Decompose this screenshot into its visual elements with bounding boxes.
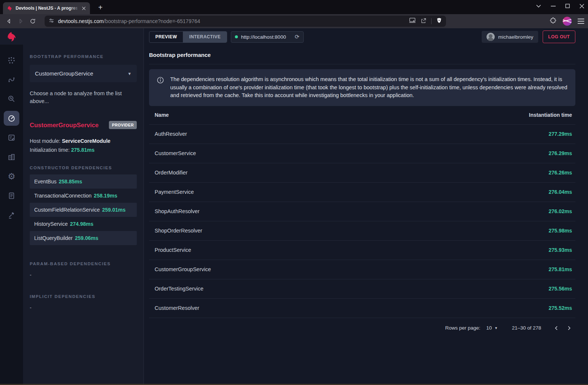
dependency-time: 259.01ms — [102, 207, 126, 213]
share-icon[interactable] — [420, 17, 427, 25]
back-button[interactable] — [4, 16, 14, 26]
browser-tab[interactable]: Devtools | NestJS - A progressive — [3, 2, 90, 14]
init-time-value: 275.81ms — [71, 147, 94, 153]
provider-name: CustomerService — [155, 150, 549, 156]
instantiation-time: 275.93ms — [549, 247, 572, 253]
sidebar-item-modules[interactable] — [4, 150, 19, 164]
logout-button[interactable]: LOG OUT — [543, 31, 575, 43]
sidebar-item-flow[interactable] — [4, 72, 19, 87]
target-url-field: ⟳ — [231, 31, 304, 43]
send-to-device-icon[interactable] — [409, 17, 416, 25]
maximize-icon[interactable] — [565, 4, 570, 8]
sidebar-item-docs[interactable] — [4, 188, 19, 203]
browser-profile-avatar[interactable] — [563, 17, 572, 26]
brave-shield-icon[interactable] — [436, 17, 442, 25]
param-deps-empty: - — [30, 272, 137, 278]
dependency-item[interactable]: EventBus258.85ms — [30, 174, 137, 189]
provider-name: ProductService — [155, 247, 549, 253]
provider-name: AuthResolver — [155, 131, 549, 137]
provider-badge: PROVIDER — [109, 121, 137, 129]
node-select[interactable]: CustomerGroupService ▼ — [30, 65, 137, 82]
extensions-puzzle-icon[interactable] — [549, 17, 557, 26]
dependency-name: HistoryService — [34, 221, 68, 227]
browser-titlebar: Devtools | NestJS - A progressive + — [0, 0, 588, 14]
minimize-icon[interactable] — [551, 6, 556, 7]
graph-icon — [7, 56, 16, 64]
table-row[interactable]: CustomerResolver275.52ms — [149, 299, 575, 318]
dependency-time: 258.19ms — [94, 193, 117, 199]
instantiation-time: 276.26ms — [549, 170, 572, 176]
table-row[interactable]: OrderTestingService275.56ms — [149, 279, 575, 299]
sidebar-item-tools[interactable] — [4, 208, 19, 222]
site-settings-tune-icon[interactable] — [48, 17, 55, 25]
sidebar-item-inspect[interactable] — [4, 92, 19, 106]
view-mode-toggle: PREVIEW INTERACTIVE — [149, 31, 227, 43]
dependency-item[interactable]: ListQueryBuilder259.06ms — [30, 231, 137, 245]
previous-page-button[interactable] — [550, 322, 563, 334]
column-instantiation-time: Instantiation time — [529, 112, 572, 118]
constructor-deps-title: CONSTRUCTOR DEPENDENCIES — [30, 166, 137, 170]
url-path: /bootstrap-performance?node=-65179764 — [104, 18, 200, 24]
modules-buildings-icon — [7, 153, 16, 161]
table-row[interactable]: CustomerService276.29ms — [149, 144, 575, 163]
sidebar-item-bootstrap-performance[interactable] — [4, 111, 19, 126]
title-divider — [149, 64, 575, 64]
table-row[interactable]: ProductService275.93ms — [149, 241, 575, 260]
sidebar-rail: ⚙ — [0, 28, 23, 385]
next-page-button[interactable] — [563, 322, 575, 334]
browser-menu-icon[interactable] — [578, 19, 584, 24]
browser-toolbar: devtools.nestjs.com/bootstrap-performanc… — [0, 14, 588, 28]
nestjs-logo[interactable] — [0, 28, 23, 45]
dependency-name: TransactionalConnection — [34, 193, 91, 199]
close-window-icon[interactable] — [579, 4, 584, 9]
new-tab-button[interactable]: + — [96, 3, 105, 12]
rows-per-page-label: Rows per page: — [445, 325, 481, 331]
browser-window: Devtools | NestJS - A progressive + — [0, 0, 588, 385]
refresh-icon[interactable]: ⟳ — [295, 33, 300, 40]
chevron-down-icon: ▼ — [127, 71, 132, 76]
window-controls — [536, 0, 584, 12]
dependency-name: ListQueryBuilder — [34, 235, 73, 241]
selected-node-name: CustomerGroupService — [30, 122, 98, 129]
dependency-item[interactable]: TransactionalConnection258.19ms — [30, 189, 137, 203]
user-pill[interactable]: michaelbromley — [482, 31, 538, 43]
provider-name: CustomerGroupService — [155, 266, 549, 272]
forward-button[interactable] — [16, 16, 26, 26]
table-row[interactable]: AuthResolver277.29ms — [149, 125, 575, 144]
host-module-label: Host module: — [30, 138, 62, 144]
table-row[interactable]: ShopAuthResolver276.02ms — [149, 202, 575, 221]
docs-icon — [7, 192, 16, 200]
user-avatar — [487, 33, 495, 41]
init-time-label: Initialization time: — [30, 147, 71, 153]
table-row[interactable]: PaymentService276.04ms — [149, 183, 575, 202]
performance-gauge-icon — [7, 114, 16, 122]
implicit-deps-title: IMPLICIT DEPENDENCIES — [30, 294, 137, 299]
page-title: Bootstrap performance — [149, 52, 575, 58]
dependency-item[interactable]: CustomFieldRelationService259.01ms — [30, 203, 137, 217]
table-row[interactable]: CustomerGroupService275.81ms — [149, 260, 575, 279]
url-bar[interactable]: devtools.nestjs.com/bootstrap-performanc… — [45, 16, 446, 27]
sidebar-item-graph[interactable] — [4, 53, 19, 68]
instantiation-time: 275.56ms — [549, 286, 572, 292]
provider-name: CustomerResolver — [155, 305, 549, 311]
info-banner: The dependencies resolution algorithm is… — [149, 69, 575, 106]
tab-close-icon[interactable] — [80, 5, 87, 12]
sidebar-item-audits[interactable] — [4, 130, 19, 145]
preview-tab[interactable]: PREVIEW — [149, 32, 183, 42]
dependency-time: 258.85ms — [59, 179, 82, 185]
instantiation-time: 276.29ms — [549, 150, 572, 156]
dependency-item[interactable]: HistoryService274.98ms — [30, 217, 137, 231]
rows-per-page-select[interactable]: 10 ▼ — [486, 325, 498, 331]
chevron-down-icon: ▼ — [494, 326, 498, 330]
tab-title: Devtools | NestJS - A progressive — [16, 6, 77, 11]
reload-button[interactable] — [28, 16, 38, 26]
sidebar-item-settings[interactable]: ⚙ — [4, 169, 19, 184]
node-select-hint: Choose a node to analyze from the list a… — [30, 90, 123, 105]
connection-status-dot — [235, 35, 238, 38]
table-row[interactable]: ShopOrderResolver275.98ms — [149, 221, 575, 241]
urlbar-divider — [431, 18, 432, 24]
table-row[interactable]: OrderModifier276.26ms — [149, 163, 575, 183]
interactive-tab[interactable]: INTERACTIVE — [183, 32, 226, 42]
target-url-input[interactable] — [241, 34, 291, 40]
tab-search-chevron-icon[interactable] — [536, 4, 541, 8]
